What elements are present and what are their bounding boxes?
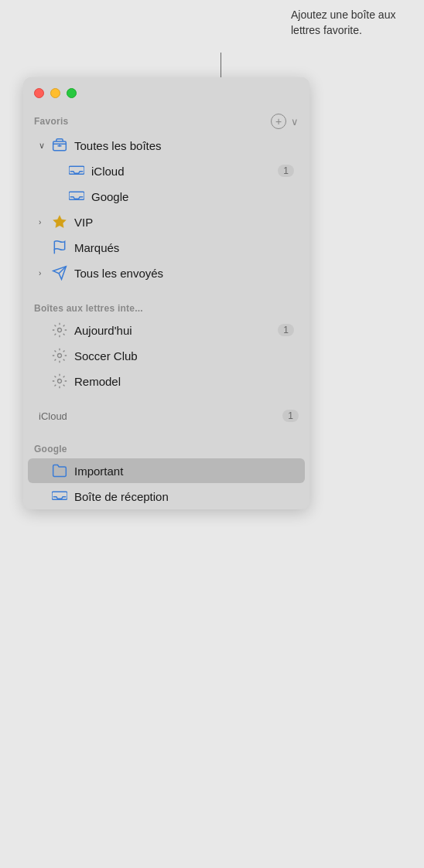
icloud-section-label: iCloud xyxy=(39,410,67,422)
folder-icon xyxy=(51,462,68,479)
svg-point-5 xyxy=(58,328,62,332)
vip-label: VIP xyxy=(74,216,294,229)
google-inbox-icon xyxy=(68,188,85,205)
sidebar-item-google[interactable]: Google xyxy=(28,184,305,209)
sidebar-item-soccer-club[interactable]: Soccer Club xyxy=(28,343,305,368)
sidebar-item-inbox[interactable]: Boîte de réception xyxy=(28,484,305,509)
icloud-section-badge: 1 xyxy=(282,410,299,422)
favorites-actions: + ∨ xyxy=(271,114,299,129)
today-gear-icon xyxy=(51,322,68,339)
icloud-badge: 1 xyxy=(278,165,294,177)
tooltip-text: Ajoutez une boîte aux lettres favorite. xyxy=(291,9,395,36)
sidebar-item-important[interactable]: Important xyxy=(28,458,305,483)
tooltip: Ajoutez une boîte aux lettres favorite. xyxy=(285,0,409,46)
sent-icon xyxy=(51,264,68,281)
sidebar-item-icloud[interactable]: iCloud 1 xyxy=(28,158,305,183)
all-mailboxes-icon xyxy=(51,137,68,154)
sidebar-item-today[interactable]: Aujourd'hui 1 xyxy=(28,318,305,342)
icloud-section-header: iCloud 1 xyxy=(23,403,309,427)
google-section-header: Google xyxy=(23,436,309,458)
favorites-section-header: Favoris + ∨ xyxy=(23,106,309,132)
sidebar-item-remodel[interactable]: Remodel xyxy=(28,369,305,393)
smart-mailboxes-section-header: Boîtes aux lettres inte... xyxy=(23,295,309,317)
divider-2 xyxy=(23,394,309,403)
svg-marker-1 xyxy=(53,216,67,228)
soccer-gear-icon xyxy=(51,347,68,364)
chevron-down-icon: ∨ xyxy=(291,116,299,128)
sidebar-content: Favoris + ∨ ∨ T xyxy=(23,106,309,509)
icloud-inbox-icon xyxy=(68,162,85,179)
sidebar-item-sent[interactable]: › Tous les envoyés xyxy=(28,260,305,285)
add-favorite-button[interactable]: + xyxy=(271,114,286,129)
sent-label: Tous les envoyés xyxy=(74,267,294,280)
close-button[interactable] xyxy=(34,88,44,98)
smart-mailboxes-label: Boîtes aux lettres inte... xyxy=(34,303,143,314)
divider-1 xyxy=(23,286,309,295)
sidebar-window: Favoris + ∨ ∨ T xyxy=(23,77,309,509)
flagged-label: Marqués xyxy=(74,241,294,254)
important-label: Important xyxy=(74,465,294,478)
remodel-gear-icon xyxy=(51,373,68,390)
svg-point-6 xyxy=(58,354,62,358)
plus-icon: + xyxy=(275,116,282,127)
sent-chevron: › xyxy=(39,269,48,277)
flag-icon xyxy=(51,239,68,256)
inbox-label: Boîte de réception xyxy=(74,490,294,503)
vip-chevron: › xyxy=(39,218,48,226)
all-mailboxes-label: Toutes les boîtes xyxy=(74,139,294,152)
star-icon xyxy=(51,213,68,230)
svg-point-7 xyxy=(58,380,62,383)
titlebar xyxy=(23,77,309,106)
google-section-label: Google xyxy=(34,444,67,454)
divider-3 xyxy=(23,427,309,436)
sidebar-item-vip[interactable]: › VIP xyxy=(28,209,305,234)
soccer-club-label: Soccer Club xyxy=(74,349,294,363)
today-label: Aujourd'hui xyxy=(74,324,278,337)
sidebar-item-all-mailboxes[interactable]: ∨ Toutes les boîtes xyxy=(28,133,305,158)
google-label: Google xyxy=(91,190,294,203)
today-badge: 1 xyxy=(278,324,294,336)
icloud-label: iCloud xyxy=(91,165,278,178)
reception-inbox-icon xyxy=(51,488,68,505)
minimize-button[interactable] xyxy=(50,88,60,98)
remodel-label: Remodel xyxy=(74,375,294,388)
maximize-button[interactable] xyxy=(67,88,77,98)
favorites-chevron-button[interactable]: ∨ xyxy=(291,116,299,128)
favorites-label: Favoris xyxy=(34,116,68,127)
all-mailboxes-chevron: ∨ xyxy=(39,141,48,151)
sidebar-item-flagged[interactable]: Marqués xyxy=(28,235,305,260)
